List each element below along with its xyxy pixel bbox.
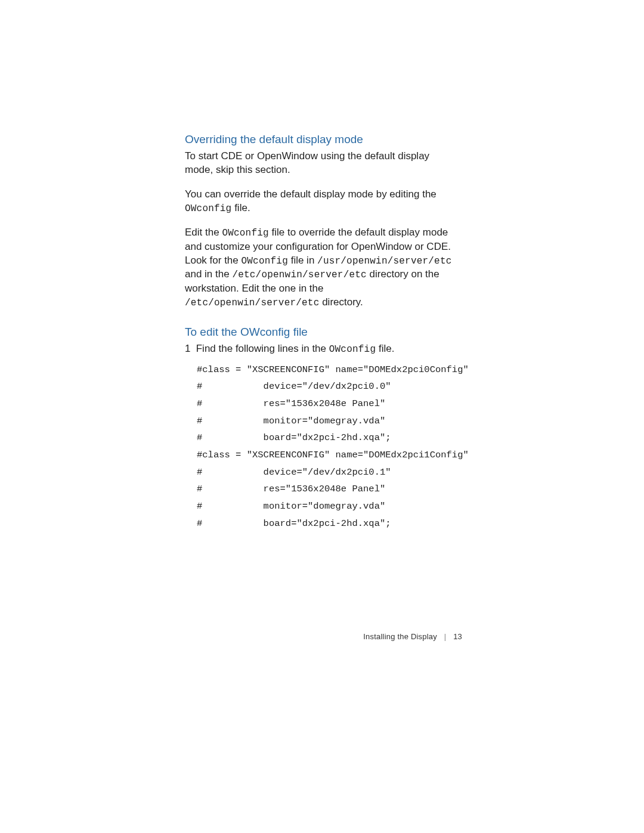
code-line: # res="1536x2048e Panel" [197, 395, 459, 413]
code-line: # res="1536x2048e Panel" [197, 481, 459, 498]
para3-a: Edit the [185, 227, 222, 238]
step1-code: OWconfig [329, 344, 376, 355]
code-line: #class = "XSCREENCONFIG" name="DOMEdx2pc… [197, 361, 459, 379]
step-number: 1 [185, 342, 193, 356]
para2-text-b: file. [231, 202, 250, 213]
step-1: 1 Find the following lines in the OWconf… [185, 342, 459, 357]
code-line: # board="dx2pci-2hd.xqa"; [197, 515, 459, 532]
para3-code4: /etc/openwin/server/etc [232, 270, 366, 280]
footer-separator: | [444, 632, 447, 641]
footer-title: Installing the Display [363, 632, 437, 641]
code-line: #class = "XSCREENCONFIG" name="DOMEdx2pc… [197, 447, 459, 464]
heading-overriding: Overriding the default display mode [185, 132, 459, 147]
content-area: Overriding the default display mode To s… [185, 132, 459, 532]
footer-page-number: 13 [453, 632, 462, 641]
para3-code2: OWconfig [242, 256, 288, 267]
heading-edit-owconfig: To edit the OWconfig file [185, 325, 459, 340]
para-edit: Edit the OWconfig file to override the d… [185, 226, 459, 309]
code-line: # monitor="domegray.vda" [197, 498, 459, 515]
code-line: # device="/dev/dx2pci0.0" [197, 378, 459, 395]
code-line: # monitor="domegray.vda" [197, 413, 459, 430]
para3-c: file in [288, 255, 317, 266]
code-line: # board="dx2pci-2hd.xqa"; [197, 429, 459, 447]
step1-text-a: Find the following lines in the [196, 343, 329, 354]
page: Overriding the default display mode To s… [0, 0, 644, 833]
page-footer: Installing the Display | 13 [363, 632, 462, 641]
para3-code3: /usr/openwin/server/etc [317, 256, 451, 267]
para2-code-owconfig: OWconfig [185, 203, 231, 214]
para3-code1: OWconfig [222, 228, 268, 239]
code-block: #class = "XSCREENCONFIG" name="DOMEdx2pc… [197, 361, 459, 532]
para-intro-2: You can override the default display mod… [185, 188, 459, 216]
para3-d: and in the [185, 268, 232, 280]
para2-text-a: You can override the default display mod… [185, 188, 436, 200]
para3-code5: /etc/openwin/server/etc [185, 298, 319, 308]
step1-text-b: file. [376, 343, 394, 354]
para3-f: directory. [319, 296, 363, 308]
code-line: # device="/dev/dx2pci0.1" [197, 464, 459, 481]
para-intro-1: To start CDE or OpenWindow using the def… [185, 150, 459, 177]
